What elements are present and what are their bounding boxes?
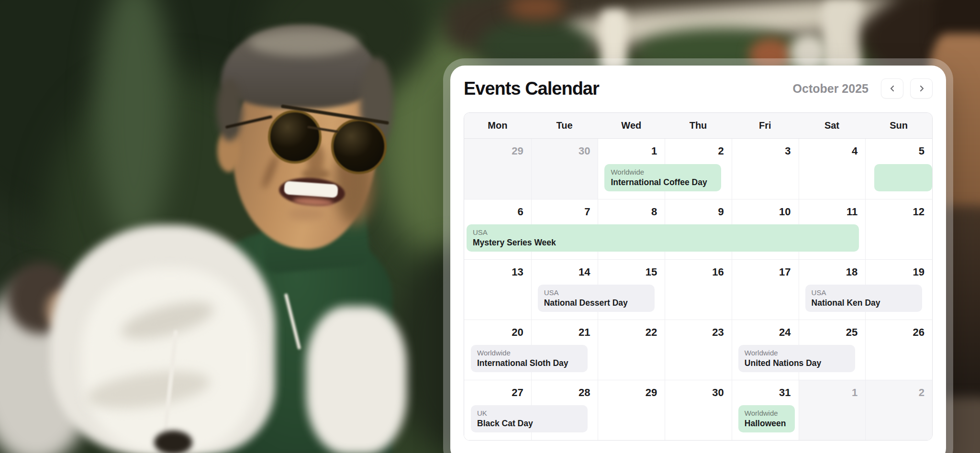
event-chip-clipped[interactable] bbox=[874, 164, 932, 191]
day-number: 2 bbox=[919, 387, 924, 399]
event-title: Halloween bbox=[745, 418, 789, 429]
day-number: 30 bbox=[579, 145, 590, 157]
weekday-header-fri: Fri bbox=[732, 113, 799, 138]
day-number: 27 bbox=[512, 387, 523, 399]
day-number: 5 bbox=[919, 145, 924, 157]
day-cell-23[interactable]: 23 bbox=[665, 320, 732, 380]
day-number: 29 bbox=[646, 387, 657, 399]
day-number: 8 bbox=[651, 206, 657, 218]
event-chip-international-sloth-day[interactable]: WorldwideInternational Sloth Day bbox=[471, 345, 588, 372]
day-number: 15 bbox=[646, 266, 657, 278]
day-cell-4[interactable]: 4 bbox=[799, 139, 866, 199]
day-cell-2-adjacent[interactable]: 2 bbox=[865, 380, 932, 440]
day-cell-30-adjacent[interactable]: 30 bbox=[531, 139, 598, 199]
man-chin bbox=[287, 207, 325, 221]
day-cell-30[interactable]: 30 bbox=[665, 380, 732, 440]
day-number: 29 bbox=[512, 145, 523, 157]
weekday-header-tue: Tue bbox=[531, 113, 598, 138]
event-title: United Nations Day bbox=[745, 357, 849, 369]
chevron-left-icon bbox=[889, 85, 896, 92]
month-navigation: October 2025 bbox=[793, 78, 933, 99]
porch-post bbox=[601, 10, 627, 72]
event-chip-halloween[interactable]: WorldwideHalloween bbox=[738, 405, 795, 432]
event-chip-international-coffee-day[interactable]: WorldwideInternational Coffee Day bbox=[604, 164, 721, 191]
man-hair-gray-streak bbox=[249, 30, 359, 56]
porch-greenery bbox=[479, 19, 593, 72]
calendar-grid-body: 2930123456789101112131415161718192021222… bbox=[464, 139, 932, 440]
events-calendar-card: Events Calendar October 2025 bbox=[450, 66, 946, 453]
event-region-label: Worldwide bbox=[611, 167, 715, 177]
event-region-label: USA bbox=[812, 288, 916, 297]
man-sunglasses-left-lens bbox=[268, 110, 322, 164]
day-cell-26[interactable]: 26 bbox=[865, 320, 932, 380]
event-region-label: Worldwide bbox=[745, 348, 849, 357]
day-cell-22[interactable]: 22 bbox=[598, 320, 665, 380]
man-sunglasses-right-lens bbox=[331, 119, 387, 174]
day-number: 2 bbox=[718, 145, 724, 157]
event-chip-united-nations-day[interactable]: WorldwideUnited Nations Day bbox=[738, 345, 855, 372]
event-chip-national-dessert-day[interactable]: USANational Dessert Day bbox=[538, 285, 655, 312]
day-number: 19 bbox=[913, 266, 924, 278]
card-header: Events Calendar October 2025 bbox=[450, 66, 946, 99]
day-number: 16 bbox=[712, 266, 724, 278]
weekday-header-row: MonTueWedThuFriSatSun bbox=[464, 113, 932, 139]
day-number: 31 bbox=[779, 387, 791, 399]
day-cell-17[interactable]: 17 bbox=[732, 259, 799, 320]
day-cell-12[interactable]: 12 bbox=[865, 199, 932, 259]
day-cell-13[interactable]: 13 bbox=[464, 259, 531, 320]
day-number: 23 bbox=[712, 326, 724, 339]
day-number: 1 bbox=[852, 387, 858, 399]
event-region-label: Worldwide bbox=[745, 409, 789, 418]
day-number: 12 bbox=[913, 206, 924, 218]
event-title: National Ken Day bbox=[812, 297, 916, 309]
event-region-label: UK bbox=[477, 409, 581, 418]
event-region-label: Worldwide bbox=[477, 348, 581, 357]
day-number: 24 bbox=[779, 326, 791, 339]
man-jacket-right bbox=[306, 306, 407, 453]
event-chip-national-ken-day[interactable]: USANational Ken Day bbox=[805, 285, 922, 312]
event-region-label: USA bbox=[544, 288, 648, 297]
day-number: 4 bbox=[852, 145, 858, 157]
man-hair-side bbox=[216, 79, 243, 141]
event-title: National Dessert Day bbox=[544, 297, 648, 309]
day-number: 6 bbox=[517, 206, 523, 218]
screenshot-stage: Events Calendar October 2025 bbox=[0, 0, 980, 453]
day-number: 28 bbox=[579, 387, 590, 399]
day-number: 30 bbox=[712, 387, 724, 399]
event-title: Black Cat Day bbox=[477, 418, 581, 429]
day-number: 13 bbox=[512, 266, 523, 278]
day-number: 18 bbox=[846, 266, 858, 278]
porch-post bbox=[822, 0, 863, 72]
day-number: 25 bbox=[846, 326, 858, 339]
weekday-header-mon: Mon bbox=[464, 113, 531, 138]
man-jacket-hood bbox=[81, 268, 258, 453]
page-title: Events Calendar bbox=[464, 78, 599, 99]
day-number: 10 bbox=[779, 206, 791, 218]
weekday-header-thu: Thu bbox=[665, 113, 732, 138]
event-chip-mystery-series-week[interactable]: USAMystery Series Week bbox=[467, 224, 859, 252]
day-number: 22 bbox=[646, 326, 657, 339]
weekday-header-sun: Sun bbox=[865, 113, 932, 138]
next-month-button[interactable] bbox=[910, 78, 933, 99]
calendar-grid: MonTueWedThuFriSatSun 293012345678910111… bbox=[464, 112, 933, 441]
day-cell-29[interactable]: 29 bbox=[598, 380, 665, 440]
weekday-header-wed: Wed bbox=[598, 113, 665, 138]
day-number: 9 bbox=[718, 206, 724, 218]
day-number: 1 bbox=[651, 145, 657, 157]
event-title: International Coffee Day bbox=[611, 177, 715, 188]
day-number: 3 bbox=[785, 145, 791, 157]
day-number: 17 bbox=[779, 266, 791, 278]
prev-month-button[interactable] bbox=[881, 78, 903, 99]
man-jacket-detail bbox=[154, 431, 192, 453]
day-cell-3[interactable]: 3 bbox=[732, 139, 799, 199]
day-cell-1-adjacent[interactable]: 1 bbox=[799, 380, 866, 440]
day-number: 20 bbox=[512, 326, 523, 339]
day-number: 21 bbox=[579, 326, 590, 339]
day-cell-16[interactable]: 16 bbox=[665, 259, 732, 320]
day-number: 14 bbox=[579, 266, 590, 278]
day-cell-29-adjacent[interactable]: 29 bbox=[464, 139, 531, 199]
event-title: Mystery Series Week bbox=[473, 237, 853, 248]
chevron-right-icon bbox=[918, 85, 925, 92]
event-region-label: USA bbox=[473, 228, 853, 237]
event-chip-black-cat-day[interactable]: UKBlack Cat Day bbox=[471, 405, 588, 432]
